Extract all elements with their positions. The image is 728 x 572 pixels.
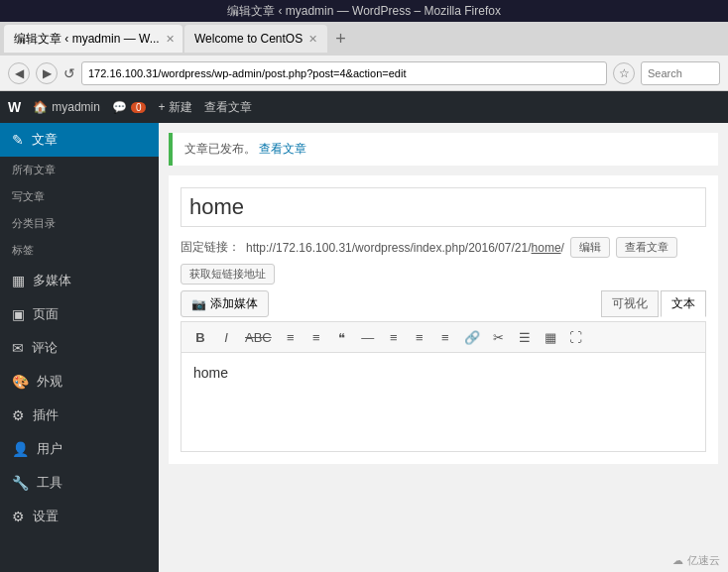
- forward-button[interactable]: ▶: [36, 62, 58, 84]
- site-name: myadmin: [52, 100, 100, 114]
- sidebar-media-label: 多媒体: [33, 272, 71, 289]
- add-media-button[interactable]: 📷 添加媒体: [181, 290, 269, 317]
- watermark: ☁ 亿速云: [672, 553, 720, 568]
- settings-icon: ⚙: [12, 509, 25, 524]
- browser-tab-1[interactable]: 编辑文章 ‹ myadmin — W... ✕: [4, 25, 182, 53]
- view-post-link[interactable]: 查看文章: [204, 99, 252, 116]
- align-center-button[interactable]: ≡: [409, 326, 430, 348]
- bold-button[interactable]: B: [189, 326, 211, 348]
- new-tab-button[interactable]: +: [329, 29, 352, 50]
- comments-bar-item[interactable]: 💬 0: [112, 100, 147, 114]
- unlink-button[interactable]: ✂: [488, 326, 510, 348]
- view-post-button[interactable]: 查看文章: [616, 237, 677, 258]
- new-item-button[interactable]: + 新建: [158, 99, 191, 116]
- posts-icon: ✎: [12, 132, 24, 148]
- align-left-button[interactable]: ≡: [383, 326, 405, 348]
- pages-icon: ▣: [12, 306, 25, 322]
- sidebar-tools-label: 工具: [37, 474, 62, 492]
- permalink-edit-button[interactable]: 编辑: [570, 237, 610, 258]
- publish-notice: 文章已发布。 查看文章: [169, 133, 718, 166]
- address-bar: ◀ ▶ ↺ ☆: [0, 56, 728, 91]
- sidebar-item-plugins[interactable]: ⚙ 插件: [0, 399, 159, 432]
- editor-toolbar: B I ABC ≡ ≡ ❝ — ≡ ≡ ≡ 🔗 ✂ ☰ ▦ ⛶: [181, 321, 706, 353]
- wp-home-link[interactable]: 🏠 myadmin: [33, 100, 100, 114]
- fullscreen-button[interactable]: ⛶: [565, 326, 587, 348]
- sidebar-settings-label: 设置: [33, 508, 59, 525]
- wp-logo: W: [8, 99, 21, 115]
- sidebar-item-write-post[interactable]: 写文章: [0, 183, 159, 210]
- tab-1-label: 编辑文章 ‹ myadmin — W...: [14, 31, 160, 48]
- link-button[interactable]: 🔗: [460, 326, 484, 348]
- plugins-icon: ⚙: [12, 407, 25, 423]
- browser-tab-2[interactable]: Welcome to CentOS ✕: [184, 25, 327, 53]
- sidebar-item-tags[interactable]: 标签: [0, 237, 159, 264]
- media-icon: ▦: [12, 273, 25, 288]
- notice-text: 文章已发布。: [184, 142, 256, 156]
- blockquote-button[interactable]: ❝: [331, 326, 353, 348]
- title-bar: 编辑文章 ‹ myadmin — WordPress – Mozilla Fir…: [0, 0, 728, 22]
- tab-1-close[interactable]: ✕: [166, 33, 175, 46]
- address-input[interactable]: [81, 61, 607, 85]
- wp-admin-bar: W 🏠 myadmin 💬 0 + 新建 查看文章: [0, 91, 728, 123]
- sidebar-item-settings[interactable]: ⚙ 设置: [0, 500, 159, 533]
- add-media-icon: 📷: [191, 297, 206, 311]
- sidebar-item-media[interactable]: ▦ 多媒体: [0, 264, 159, 297]
- sidebar-item-comments[interactable]: ✉ 评论: [0, 331, 159, 365]
- align-right-button[interactable]: ≡: [434, 326, 456, 348]
- editor-tabs: 可视化 文本: [601, 290, 706, 317]
- watermark-text: 亿速云: [687, 553, 720, 568]
- watermark-icon: ☁: [672, 554, 683, 567]
- sidebar-item-categories[interactable]: 分类目录: [0, 210, 159, 237]
- permalink-label: 固定链接：: [181, 239, 240, 256]
- sidebar-item-appearance[interactable]: 🎨 外观: [0, 365, 159, 399]
- tab-2-close[interactable]: ✕: [308, 33, 317, 46]
- sidebar-item-tools[interactable]: 🔧 工具: [0, 466, 159, 500]
- comments-count: 0: [131, 102, 147, 113]
- sidebar-plugins-label: 插件: [33, 406, 59, 424]
- hr-button[interactable]: —: [357, 326, 379, 348]
- insert-button[interactable]: ☰: [514, 326, 536, 348]
- table-button[interactable]: ▦: [540, 326, 561, 348]
- window-title: 编辑文章 ‹ myadmin — WordPress – Mozilla Fir…: [227, 4, 501, 18]
- tab-2-label: Welcome to CentOS: [194, 32, 303, 46]
- get-shortlink-button[interactable]: 获取短链接地址: [181, 264, 275, 285]
- post-editor: 固定链接： http://172.16.100.31/wordpress/ind…: [169, 175, 718, 464]
- home-icon: 🏠: [33, 100, 48, 114]
- add-media-label: 添加媒体: [210, 295, 258, 312]
- tab-text[interactable]: 文本: [661, 290, 706, 317]
- sidebar-item-posts[interactable]: ✎ 文章: [0, 123, 159, 157]
- bookmark-button[interactable]: ☆: [613, 62, 635, 84]
- permalink-slug: home: [532, 241, 561, 255]
- sidebar-appearance-label: 外观: [37, 373, 62, 391]
- comment-icon: 💬: [112, 100, 127, 114]
- tab-bar: 编辑文章 ‹ myadmin — W... ✕ Welcome to CentO…: [0, 22, 728, 56]
- sidebar-pages-label: 页面: [33, 305, 59, 323]
- content-area: 文章已发布。 查看文章 固定链接： http://172.16.100.31/w…: [159, 123, 728, 572]
- ul-button[interactable]: ≡: [280, 326, 302, 348]
- editor-content: home: [193, 365, 228, 381]
- main-layout: ✎ 文章 所有文章 写文章 分类目录 标签 ▦ 多媒体 ▣ 页面 ✉ 评论 🎨 …: [0, 123, 728, 572]
- sidebar-item-all-posts[interactable]: 所有文章: [0, 157, 159, 183]
- permalink-row: 固定链接： http://172.16.100.31/wordpress/ind…: [181, 237, 706, 285]
- italic-button[interactable]: I: [215, 326, 237, 348]
- search-input[interactable]: [641, 61, 720, 85]
- comments-icon: ✉: [12, 340, 24, 356]
- sidebar-comments-label: 评论: [32, 339, 58, 357]
- post-title-input[interactable]: [181, 187, 706, 227]
- sidebar-users-label: 用户: [37, 440, 62, 458]
- ol-button[interactable]: ≡: [305, 326, 327, 348]
- permalink-url: http://172.16.100.31/wordpress/index.php…: [246, 241, 564, 255]
- appearance-icon: 🎨: [12, 374, 29, 390]
- sidebar: ✎ 文章 所有文章 写文章 分类目录 标签 ▦ 多媒体 ▣ 页面 ✉ 评论 🎨 …: [0, 123, 159, 572]
- back-button[interactable]: ◀: [8, 62, 30, 84]
- users-icon: 👤: [12, 441, 29, 457]
- view-post-notice-link[interactable]: 查看文章: [259, 142, 306, 156]
- sidebar-posts-label: 文章: [32, 131, 58, 149]
- strikethrough-button[interactable]: ABC: [241, 326, 276, 348]
- reload-button[interactable]: ↺: [63, 65, 75, 81]
- editor-body[interactable]: home: [181, 353, 706, 452]
- editor-header: 📷 添加媒体 可视化 文本: [181, 290, 706, 317]
- sidebar-item-users[interactable]: 👤 用户: [0, 432, 159, 466]
- tab-visual[interactable]: 可视化: [601, 290, 659, 317]
- sidebar-item-pages[interactable]: ▣ 页面: [0, 297, 159, 331]
